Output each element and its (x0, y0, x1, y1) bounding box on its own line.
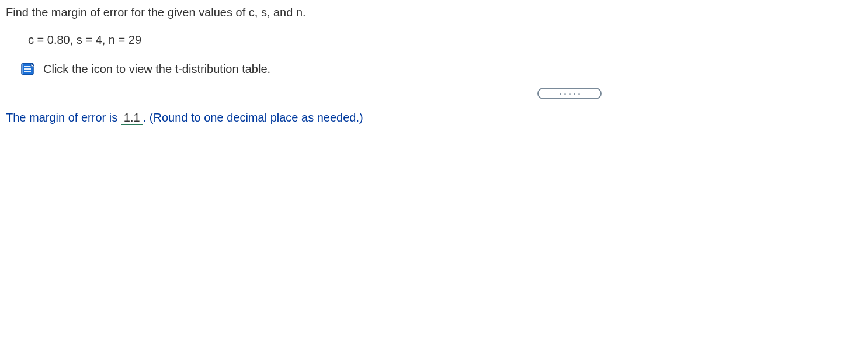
table-icon[interactable] (20, 61, 36, 77)
dot-icon (564, 93, 566, 95)
dot-icon (569, 93, 571, 95)
answer-input[interactable]: 1.1 (121, 110, 143, 125)
dot-icon (560, 93, 561, 95)
expand-pill[interactable] (537, 88, 602, 99)
answer-area: The margin of error is 1.1. (Round to on… (0, 99, 868, 125)
table-link-row: Click the icon to view the t-distributio… (20, 61, 862, 77)
section-divider (0, 88, 868, 99)
dot-icon (574, 93, 575, 95)
question-area: Find the margin of error for the given v… (0, 0, 868, 77)
divider-line (0, 94, 868, 94)
answer-lead: The margin of error is (6, 111, 121, 124)
dot-icon (578, 93, 580, 95)
question-params: c = 0.80, s = 4, n = 29 (28, 33, 862, 47)
answer-trail: . (Round to one decimal place as needed.… (143, 111, 363, 124)
table-link-text: Click the icon to view the t-distributio… (43, 63, 270, 76)
question-prompt: Find the margin of error for the given v… (6, 6, 862, 19)
